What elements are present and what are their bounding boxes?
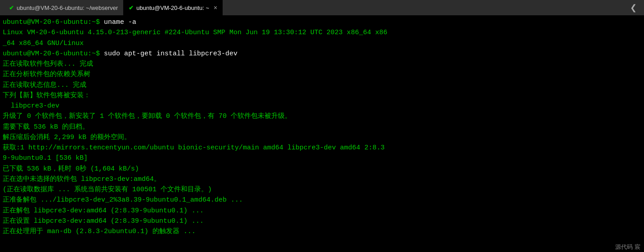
terminal-line: 正在选中未选择的软件包 libpcre3-dev:amd64。 [3, 174, 641, 184]
terminal-line: ubuntu@VM-20-6-ubuntu:~$ sudo apt-get in… [3, 49, 641, 59]
terminal-line: 解压缩后会消耗 2,299 kB 的额外空间。 [3, 132, 641, 143]
terminal-command: sudo apt-get install libpcre3-dev [104, 50, 237, 58]
title-bar: ✔ ubuntu@VM-20-6-ubuntu: ~/webserver ✔ u… [0, 0, 644, 15]
terminal-line: 正在读取软件包列表... 完成 [3, 59, 641, 69]
terminal-prompt: ubuntu@VM-20-6-ubuntu:~$ [3, 50, 104, 58]
terminal-command: uname -a [104, 18, 136, 26]
corner-button[interactable]: ❮ [626, 3, 640, 13]
terminal-line: 正准备解包 .../libpcre3-dev_2%3a8.39-9ubuntu0… [3, 195, 641, 205]
terminal-line: 升级了 0 个软件包，新安装了 1 个软件包，要卸载 0 个软件包，有 70 个… [3, 111, 641, 122]
terminal-line: (正在读取数据库 ... 系统当前共安装有 100501 个文件和目录。) [3, 184, 641, 195]
tab1-label: ubuntu@VM-20-6-ubuntu: ~/webserver [17, 4, 118, 11]
terminal-line: 正在分析软件包的依赖关系树 [3, 69, 641, 80]
tab-webserver[interactable]: ✔ ubuntu@VM-20-6-ubuntu: ~/webserver [4, 0, 123, 15]
terminal-line: ubuntu@VM-20-6-ubuntu:~$ uname -a [3, 17, 641, 27]
terminal-line: Linux VM-20-6-ubuntu 4.15.0-213-generic … [3, 27, 641, 38]
terminal-line: 获取:1 http://mirrors.tencentyun.com/ubunt… [3, 143, 641, 153]
terminal-line: 下列【新】软件包将被安装： [3, 90, 641, 101]
tab-home[interactable]: ✔ ubuntu@VM-20-6-ubuntu: ~ × [123, 0, 223, 15]
terminal-prompt: ubuntu@VM-20-6-ubuntu:~$ [3, 18, 104, 26]
terminal-line: 已下载 536 kB，耗时 0秒 (1,604 kB/s) [3, 164, 641, 174]
terminal-body: ubuntu@VM-20-6-ubuntu:~$ uname -aLinux V… [0, 15, 644, 252]
terminal-line: 正在解包 libpcre3-dev:amd64 (2:8.39-9ubuntu0… [3, 206, 641, 216]
terminal-line: 正在设置 libpcre3-dev:amd64 (2:8.39-9ubuntu0… [3, 216, 641, 226]
terminal-line: 需要下载 536 kB 的归档。 [3, 122, 641, 132]
status-bar: 源代码 宸 [612, 242, 644, 252]
terminal-line: 正在处理用于 man-db (2.8.3-2ubuntu0.1) 的触发器 ..… [3, 226, 641, 237]
tab2-label: ubuntu@VM-20-6-ubuntu: ~ [136, 4, 209, 11]
terminal-line: 正在读取状态信息... 完成 [3, 80, 641, 90]
tab1-check-icon: ✔ [9, 4, 14, 11]
tab2-check-icon: ✔ [129, 4, 134, 11]
terminal-line: _64 x86_64 GNU/Linux [3, 38, 641, 49]
terminal-line: 9-9ubuntu0.1 [536 kB] [3, 153, 641, 163]
tab2-close-button[interactable]: × [214, 4, 217, 11]
terminal-line: libpcre3-dev [3, 101, 641, 111]
